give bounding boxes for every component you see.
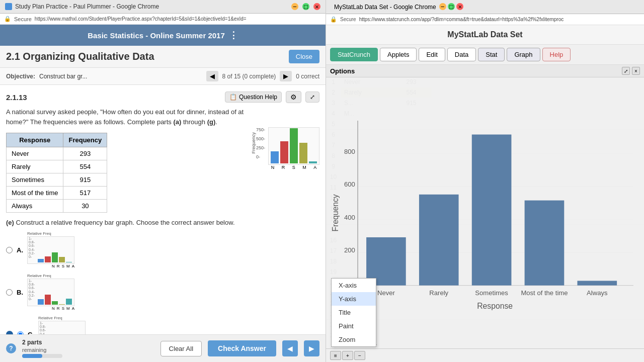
course-menu-icon[interactable]: ⋮ bbox=[229, 30, 238, 41]
chart-expand-btn[interactable]: ⤢ bbox=[622, 67, 630, 75]
objective-bar: Objective: Construct bar gr... ◀ 8 of 15… bbox=[0, 68, 326, 85]
nav-graph-btn[interactable]: Graph bbox=[507, 48, 540, 61]
right-close-btn[interactable]: × bbox=[456, 3, 463, 10]
option-a-radio[interactable] bbox=[6, 247, 13, 253]
left-panel: Study Plan Practice - Paul Plummer - Goo… bbox=[0, 0, 326, 362]
hint-icon: ? bbox=[6, 343, 16, 353]
dropdown-zoom[interactable]: Zoom bbox=[332, 333, 376, 346]
course-name: Basic Statistics - Online Summer 2017 bbox=[88, 31, 225, 40]
next-question-btn[interactable]: ▶ bbox=[280, 71, 292, 81]
nav-statcrunch-btn[interactable]: StatCrunch bbox=[330, 48, 378, 61]
bar-chart-svg: Frequency 0 200 400 600 800 bbox=[330, 81, 640, 344]
x-label-never: Never bbox=[377, 289, 395, 297]
check-answer-button[interactable]: Check Answer bbox=[208, 340, 276, 356]
bar-sometimes bbox=[472, 135, 512, 286]
next-nav-btn[interactable]: ▶ bbox=[304, 340, 319, 356]
left-window-title: Study Plan Practice - Paul Plummer - Goo… bbox=[15, 3, 288, 10]
option-a-label: A. bbox=[17, 246, 23, 254]
cell-response: Never bbox=[7, 147, 63, 160]
left-secure-label: Secure bbox=[14, 16, 32, 22]
nav-help-btn[interactable]: Help bbox=[542, 48, 571, 61]
bar-always bbox=[577, 281, 617, 285]
chart-close-btn[interactable]: × bbox=[632, 67, 640, 75]
left-close-btn[interactable]: × bbox=[313, 3, 320, 10]
right-content: MyStatLab Data Set StatCrunch Applets Ed… bbox=[326, 25, 644, 362]
left-minimize-btn[interactable]: − bbox=[291, 3, 298, 10]
question-text: A national survey asked people, "How oft… bbox=[6, 107, 248, 127]
right-lock-icon: 🔒 bbox=[330, 16, 337, 23]
progress-text: 8 of 15 (0 complete) bbox=[222, 73, 276, 80]
sub-question-label: (e) bbox=[6, 219, 14, 226]
x-label-sometimes: Sometimes bbox=[475, 289, 508, 297]
selected-indicator bbox=[6, 331, 13, 334]
left-content: Basic Statistics - Online Summer 2017 ⋮ … bbox=[0, 25, 326, 362]
option-a-row: A. Relative Freq 1-0.8-0.6-0.4-0.2-0- bbox=[6, 231, 319, 268]
dropdown-y-axis[interactable]: Y-axis bbox=[332, 292, 376, 306]
cell-frequency: 30 bbox=[63, 200, 107, 213]
cell-frequency: 293 bbox=[63, 147, 107, 160]
right-maximize-btn[interactable]: □ bbox=[448, 3, 455, 10]
nav-data-btn[interactable]: Data bbox=[447, 48, 476, 61]
question-help-icon: 📋 bbox=[229, 94, 237, 101]
svg-text:200: 200 bbox=[344, 246, 355, 254]
x-label-rarely: Rarely bbox=[429, 289, 448, 297]
svg-text:800: 800 bbox=[344, 148, 355, 155]
left-maximize-btn[interactable]: □ bbox=[302, 3, 309, 10]
chart-zoom-in-btn[interactable]: + bbox=[342, 351, 353, 360]
right-urlbar: 🔒 Secure https://www.statcrunch.com/app/… bbox=[326, 14, 644, 25]
chart-menu-btn[interactable]: ≡ bbox=[330, 351, 341, 360]
remaining-label: remaining bbox=[22, 347, 62, 353]
progress-bar-bg bbox=[22, 354, 62, 358]
nav-applets-btn[interactable]: Applets bbox=[380, 48, 417, 61]
sub-question-desc: Construct a relative frequency bar graph… bbox=[16, 219, 235, 226]
option-c-row: C. Relative Freq 1-0.8-0.6-0.4-0.2-0- bbox=[6, 316, 319, 334]
dropdown-title[interactable]: Title bbox=[332, 306, 376, 319]
question-nav: 2.1 Organizing Qualitative Data Close bbox=[0, 46, 326, 68]
dropdown-paint[interactable]: Paint bbox=[332, 319, 376, 333]
x-label-most: Most of the time bbox=[521, 289, 568, 297]
question-help-btn[interactable]: 📋 Question Help bbox=[225, 92, 282, 103]
left-favicon bbox=[5, 3, 12, 10]
chart-footer: ≡ + − X-axis Y-axis Title Paint Zoom ↖ bbox=[326, 348, 644, 362]
chart-zoom-out-btn[interactable]: − bbox=[354, 351, 365, 360]
nav-stat-btn[interactable]: Stat bbox=[478, 48, 505, 61]
col-response: Response bbox=[7, 133, 63, 147]
bar-most bbox=[525, 201, 565, 286]
right-win-controls: − □ × bbox=[439, 3, 464, 11]
right-secure-label: Secure bbox=[340, 17, 356, 22]
left-lock-icon: 🔒 bbox=[4, 16, 11, 22]
prev-nav-btn[interactable]: ◀ bbox=[282, 340, 298, 356]
chart-overlay: Options ⤢ × Frequency 0 200 400 600 800 bbox=[326, 65, 644, 362]
data-table: Response Frequency Never293Rarely554Some… bbox=[6, 133, 107, 213]
option-b-radio[interactable] bbox=[6, 289, 13, 296]
table-row: Rarely554 bbox=[7, 160, 107, 173]
y-axis-label: Frequency bbox=[331, 194, 340, 231]
right-titlebar: MyStatLab Data Set - Google Chrome − □ × bbox=[326, 0, 644, 14]
question-section-title: 2.1 Organizing Qualitative Data bbox=[6, 51, 285, 62]
bar-rarely bbox=[419, 195, 459, 286]
expand-btn[interactable]: ⤢ bbox=[305, 92, 319, 103]
prev-question-btn[interactable]: ◀ bbox=[206, 71, 218, 81]
right-panel: MyStatLab Data Set - Google Chrome − □ ×… bbox=[326, 0, 644, 362]
settings-btn[interactable]: ⚙ bbox=[286, 91, 301, 103]
question-number-row: 2.1.13 📋 Question Help ⚙ ⤢ bbox=[6, 91, 319, 103]
clear-all-button[interactable]: Clear All bbox=[160, 341, 202, 356]
cell-response: Always bbox=[7, 200, 63, 213]
close-button[interactable]: Close bbox=[289, 50, 319, 63]
cell-frequency: 554 bbox=[63, 160, 107, 173]
question-help-label: Question Help bbox=[239, 94, 277, 101]
option-b-row: B. Relative Freq 1-0.8-0.6-0.4-0.2-0- bbox=[6, 274, 319, 311]
parts-label: 2 parts bbox=[22, 339, 62, 346]
course-header: Basic Statistics - Online Summer 2017 ⋮ bbox=[0, 25, 326, 46]
correct-count: 0 correct bbox=[296, 73, 319, 80]
table-row: Most of the time517 bbox=[7, 187, 107, 200]
cell-response: Sometimes bbox=[7, 173, 63, 187]
spreadsheet-area: Row Response Frequency var3 var4 var5 va… bbox=[326, 65, 644, 362]
question-text-block: A national survey asked people, "How oft… bbox=[6, 107, 248, 213]
right-minimize-btn[interactable]: − bbox=[439, 3, 446, 10]
question-area: 2.1.13 📋 Question Help ⚙ ⤢ A national su… bbox=[0, 85, 326, 334]
dropdown-x-axis[interactable]: X-axis bbox=[332, 279, 376, 292]
nav-edit-btn[interactable]: Edit bbox=[419, 48, 445, 61]
data-layout: A national survey asked people, "How oft… bbox=[6, 107, 319, 213]
left-urlbar: 🔒 Secure https://www.mathxl.com/Student/… bbox=[0, 14, 326, 25]
